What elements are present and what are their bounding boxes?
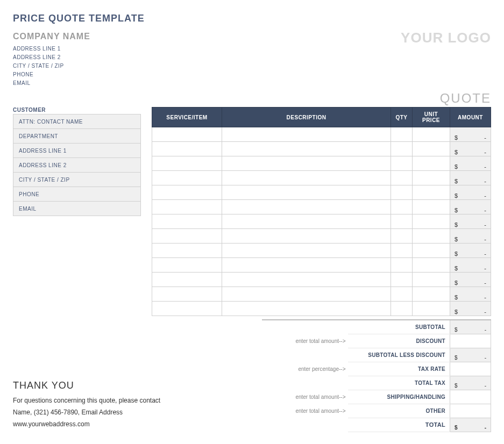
customer-row[interactable]: EMAIL bbox=[13, 202, 141, 216]
company-email: EMAIL bbox=[13, 79, 90, 88]
cell-unit-price[interactable] bbox=[413, 156, 450, 171]
table-row: $- bbox=[152, 171, 491, 185]
subtotal-value: $- bbox=[450, 320, 491, 334]
cell-service[interactable] bbox=[152, 156, 222, 171]
col-description: DESCRIPTION bbox=[222, 108, 391, 127]
cell-qty[interactable] bbox=[391, 200, 413, 214]
cell-unit-price[interactable] bbox=[413, 244, 450, 258]
cell-description[interactable] bbox=[222, 258, 391, 273]
cell-unit-price[interactable] bbox=[413, 214, 450, 229]
cell-unit-price[interactable] bbox=[413, 302, 450, 316]
cell-description[interactable] bbox=[222, 200, 391, 214]
cell-description[interactable] bbox=[222, 142, 391, 156]
page-title: PRICE QUOTE TEMPLATE bbox=[13, 13, 491, 24]
cell-description[interactable] bbox=[222, 156, 391, 171]
totals-other-row: enter total amount--> OTHER bbox=[262, 404, 491, 418]
total-value: $- bbox=[450, 418, 491, 432]
cell-service[interactable] bbox=[152, 142, 222, 156]
cell-description[interactable] bbox=[222, 273, 391, 287]
cell-unit-price[interactable] bbox=[413, 185, 450, 200]
cell-amount: $- bbox=[450, 171, 491, 185]
customer-row[interactable]: ADDRESS LINE 1 bbox=[13, 144, 141, 158]
total-tax-label: TOTAL TAX bbox=[348, 376, 450, 390]
thanks-line: For questions concerning this quote, ple… bbox=[13, 397, 160, 404]
table-row: $- bbox=[152, 302, 491, 316]
cell-service[interactable] bbox=[152, 200, 222, 214]
cell-unit-price[interactable] bbox=[413, 142, 450, 156]
cell-qty[interactable] bbox=[391, 244, 413, 258]
customer-row[interactable]: ATTN: CONTACT NAME bbox=[13, 114, 141, 129]
totals-shipping-row: enter total amount--> SHIPPING/HANDLING bbox=[262, 390, 491, 404]
cell-amount: $- bbox=[450, 258, 491, 273]
cell-unit-price[interactable] bbox=[413, 200, 450, 214]
cell-unit-price[interactable] bbox=[413, 258, 450, 273]
cell-unit-price[interactable] bbox=[413, 171, 450, 185]
footer: THANK YOU For questions concerning this … bbox=[13, 319, 491, 432]
cell-service[interactable] bbox=[152, 302, 222, 316]
cell-service[interactable] bbox=[152, 171, 222, 185]
customer-row[interactable]: CITY / STATE / ZIP bbox=[13, 173, 141, 187]
cell-service[interactable] bbox=[152, 244, 222, 258]
discount-value[interactable] bbox=[450, 334, 491, 348]
cell-amount: $- bbox=[450, 156, 491, 171]
tax-rate-value[interactable] bbox=[450, 362, 491, 376]
customer-row[interactable]: ADDRESS LINE 2 bbox=[13, 158, 141, 173]
cell-unit-price[interactable] bbox=[413, 229, 450, 244]
thanks-web: www.yourwebaddress.com bbox=[13, 420, 160, 428]
cell-qty[interactable] bbox=[391, 229, 413, 244]
customer-row[interactable]: DEPARTMENT bbox=[13, 129, 141, 144]
thanks-line: Name, (321) 456-7890, Email Address bbox=[13, 409, 160, 416]
thanks-title: THANK YOU bbox=[13, 380, 160, 391]
cell-description[interactable] bbox=[222, 229, 391, 244]
company-addr2: ADDRESS LINE 2 bbox=[13, 53, 90, 62]
totals-tax-rate-row: enter percentage--> TAX RATE bbox=[262, 362, 491, 376]
cell-qty[interactable] bbox=[391, 258, 413, 273]
table-row: $- bbox=[152, 142, 491, 156]
cell-service[interactable] bbox=[152, 287, 222, 302]
cell-amount: $- bbox=[450, 142, 491, 156]
hint: enter percentage--> bbox=[262, 362, 348, 376]
cell-qty[interactable] bbox=[391, 302, 413, 316]
table-row: $- bbox=[152, 229, 491, 244]
cell-description[interactable] bbox=[222, 214, 391, 229]
company-phone: PHONE bbox=[13, 70, 90, 79]
cell-description[interactable] bbox=[222, 244, 391, 258]
cell-qty[interactable] bbox=[391, 214, 413, 229]
cell-description[interactable] bbox=[222, 287, 391, 302]
cell-service[interactable] bbox=[152, 127, 222, 142]
cell-qty[interactable] bbox=[391, 171, 413, 185]
other-value[interactable] bbox=[450, 404, 491, 418]
cell-unit-price[interactable] bbox=[413, 287, 450, 302]
subtotal-label: SUBTOTAL bbox=[348, 320, 450, 334]
totals-total-row: TOTAL $- bbox=[262, 418, 491, 432]
header: COMPANY NAME ADDRESS LINE 1 ADDRESS LINE… bbox=[13, 32, 491, 88]
col-service: SERVICE/ITEM bbox=[152, 108, 222, 127]
cell-description[interactable] bbox=[222, 127, 391, 142]
cell-description[interactable] bbox=[222, 302, 391, 316]
hint bbox=[262, 376, 348, 390]
items-block: SERVICE/ITEM DESCRIPTION QTY UNIT PRICE … bbox=[152, 107, 491, 316]
cell-qty[interactable] bbox=[391, 185, 413, 200]
cell-unit-price[interactable] bbox=[413, 127, 450, 142]
cell-description[interactable] bbox=[222, 185, 391, 200]
hint bbox=[262, 320, 348, 334]
cell-service[interactable] bbox=[152, 214, 222, 229]
cell-amount: $- bbox=[450, 127, 491, 142]
cell-qty[interactable] bbox=[391, 273, 413, 287]
cell-amount: $- bbox=[450, 244, 491, 258]
cell-service[interactable] bbox=[152, 229, 222, 244]
cell-service[interactable] bbox=[152, 185, 222, 200]
shipping-value[interactable] bbox=[450, 390, 491, 404]
customer-row[interactable]: PHONE bbox=[13, 187, 141, 202]
cell-qty[interactable] bbox=[391, 156, 413, 171]
customer-block: CUSTOMER ATTN: CONTACT NAME DEPARTMENT A… bbox=[13, 107, 141, 216]
cell-service[interactable] bbox=[152, 273, 222, 287]
cell-qty[interactable] bbox=[391, 142, 413, 156]
cell-unit-price[interactable] bbox=[413, 273, 450, 287]
logo-placeholder: YOUR LOGO bbox=[401, 30, 491, 46]
cell-qty[interactable] bbox=[391, 127, 413, 142]
cell-qty[interactable] bbox=[391, 287, 413, 302]
cell-service[interactable] bbox=[152, 258, 222, 273]
cell-description[interactable] bbox=[222, 171, 391, 185]
hint: enter total amount--> bbox=[262, 404, 348, 418]
